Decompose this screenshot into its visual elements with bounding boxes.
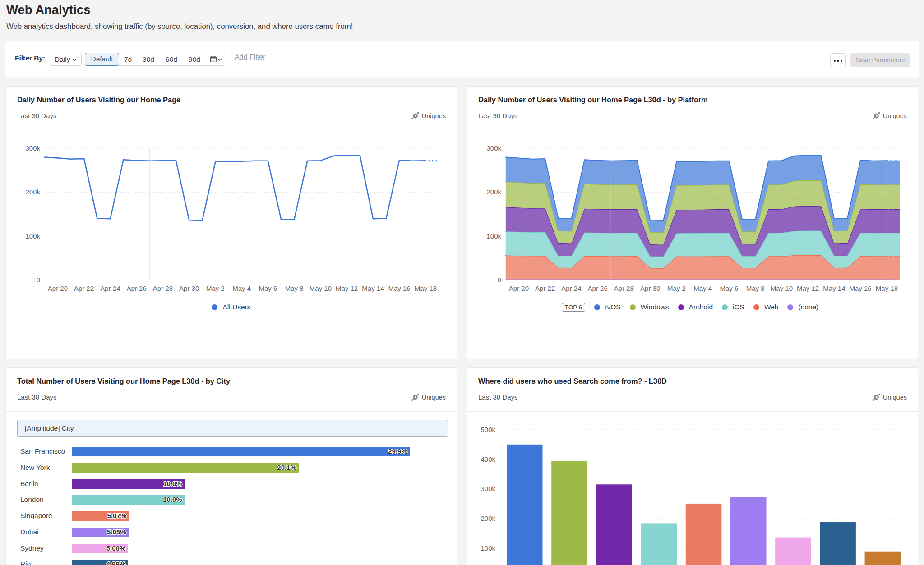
svg-text:Apr 24: Apr 24 — [100, 285, 120, 292]
svg-text:100k: 100k — [480, 544, 495, 552]
svg-text:200k: 200k — [486, 188, 501, 196]
svg-text:Apr 30: Apr 30 — [640, 285, 660, 292]
svg-text:May 8: May 8 — [285, 285, 304, 292]
svg-text:May 18: May 18 — [876, 285, 898, 292]
svg-text:May 16: May 16 — [388, 285, 410, 292]
svg-text:300k: 300k — [486, 144, 501, 152]
svg-text:Apr 26: Apr 26 — [127, 285, 147, 292]
svg-text:Apr 30: Apr 30 — [179, 285, 199, 292]
svg-text:200k: 200k — [480, 514, 495, 522]
svg-text:400k: 400k — [480, 455, 495, 463]
svg-text:0: 0 — [498, 276, 501, 284]
svg-text:0: 0 — [37, 276, 40, 284]
svg-text:May 12: May 12 — [336, 285, 358, 292]
svg-text:May 14: May 14 — [362, 285, 384, 292]
svg-text:100k: 100k — [25, 232, 40, 240]
svg-text:May 2: May 2 — [667, 285, 686, 292]
svg-text:200k: 200k — [25, 188, 40, 196]
svg-text:May 16: May 16 — [849, 285, 871, 292]
svg-text:Apr 20: Apr 20 — [509, 285, 529, 292]
svg-text:Apr 24: Apr 24 — [561, 285, 581, 292]
svg-text:May 18: May 18 — [415, 285, 437, 292]
svg-text:May 6: May 6 — [720, 285, 738, 292]
svg-text:May 2: May 2 — [206, 285, 225, 292]
svg-text:100k: 100k — [486, 232, 501, 240]
svg-text:Apr 22: Apr 22 — [535, 285, 555, 292]
svg-text:300k: 300k — [480, 485, 495, 492]
svg-text:Apr 28: Apr 28 — [614, 285, 634, 292]
svg-text:May 10: May 10 — [310, 285, 332, 292]
svg-text:May 12: May 12 — [797, 285, 819, 292]
svg-text:May 14: May 14 — [823, 285, 845, 292]
svg-text:Apr 20: Apr 20 — [48, 285, 68, 292]
svg-text:May 6: May 6 — [259, 285, 277, 292]
svg-text:Apr 26: Apr 26 — [588, 285, 608, 292]
svg-text:May 10: May 10 — [771, 285, 793, 292]
svg-text:500k: 500k — [480, 426, 495, 433]
svg-text:May 4: May 4 — [693, 285, 712, 292]
svg-text:Apr 22: Apr 22 — [74, 285, 94, 292]
svg-text:Apr 28: Apr 28 — [153, 285, 173, 292]
svg-text:300k: 300k — [25, 144, 40, 152]
svg-text:May 8: May 8 — [746, 285, 765, 292]
svg-text:May 4: May 4 — [232, 285, 251, 292]
